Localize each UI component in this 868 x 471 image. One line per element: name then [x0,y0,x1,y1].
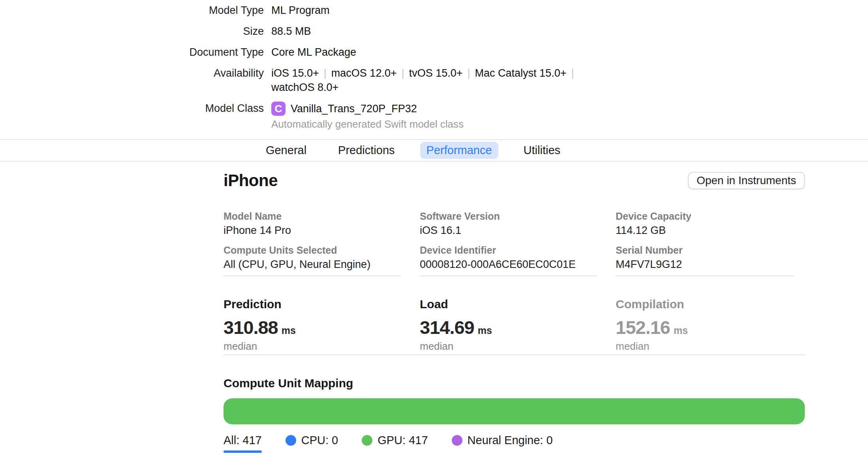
device-capacity-label: Device Capacity [616,210,794,222]
size-value: 88.5 MB [271,24,311,38]
legend-cpu-text: CPU: 0 [301,433,338,447]
compute-unit-mapping-section: Compute Unit Mapping All: 417 CPU: 0 GPU… [224,376,805,453]
compilation-title: Compilation [616,297,794,312]
pipe-separator: | [402,67,404,79]
pipe-separator: | [468,67,470,79]
document-type-label: Document Type [0,45,264,59]
compilation-unit: ms [674,325,688,336]
model-name-cell: Model Name iPhone 14 Pro [224,210,401,237]
document-type-value: Core ML Package [271,45,356,59]
selected-underline [224,450,262,453]
pipe-separator: | [571,67,574,79]
serial-number-value: M4FV7L9G12 [616,257,794,271]
availability-item: macOS 12.0+ [331,67,397,79]
prediction-metric: Prediction 310.88 ms median [224,297,401,353]
model-type-label: Model Type [0,3,264,17]
gpu-legend-dot-icon [362,435,372,446]
device-title: iPhone [224,170,278,191]
neural-engine-legend-dot-icon [452,435,462,446]
model-name-label: Model Name [224,210,401,222]
document-type-row: Document Type Core ML Package [0,45,868,59]
prediction-value: 310.88 [224,317,278,338]
load-value: 314.69 [420,317,474,338]
divider [224,354,805,355]
availability-row: Availability iOS 15.0+|macOS 12.0+|tvOS … [0,66,868,94]
compute-units-value: All (CPU, GPU, Neural Engine) [224,257,401,271]
serial-number-label: Serial Number [616,244,794,256]
software-version-label: Software Version [420,210,597,222]
compilation-metric: Compilation 152.16 ms median [616,297,794,353]
load-title: Load [420,297,597,312]
compilation-value: 152.16 [616,317,670,338]
metrics-grid: Prediction 310.88 ms median Load 314.69 … [224,297,805,353]
model-class-label: Model Class [0,101,264,130]
device-identifier-cell: Device Identifier 00008120-000A6CE60EC0C… [420,244,597,271]
legend-gpu-text: GPU: 417 [378,433,428,447]
tab-performance[interactable]: Performance [420,142,498,159]
availability-item: iOS 15.0+ [271,67,319,79]
class-badge-icon: C [271,102,286,116]
tab-utilities[interactable]: Utilities [517,142,567,159]
compute-unit-mapping-bar[interactable] [224,398,805,424]
model-class-row: Model Class C Vanilla_Trans_720P_FP32 Au… [0,101,868,130]
open-in-instruments-button[interactable]: Open in Instruments [688,172,805,189]
model-type-row: Model Type ML Program [0,3,868,17]
serial-number-cell: Serial Number M4FV7L9G12 [616,244,794,271]
device-info-column: Device Capacity 114.12 GB Serial Number … [616,210,794,276]
device-identifier-label: Device Identifier [420,244,597,256]
compute-units-label: Compute Units Selected [224,244,401,256]
tab-general[interactable]: General [259,142,313,159]
load-unit: ms [478,325,492,336]
model-class-name[interactable]: Vanilla_Trans_720P_FP32 [291,102,417,116]
coreml-model-performance-page: Model Type ML Program Size 88.5 MB Docum… [0,0,868,471]
prediction-unit: ms [282,325,296,336]
software-version-value: iOS 16.1 [420,223,597,237]
software-version-cell: Software Version iOS 16.1 [420,210,597,237]
device-info-grid: Model Name iPhone 14 Pro Compute Units S… [224,210,805,276]
availability-label: Availability [0,66,264,94]
performance-report: iPhone Open in Instruments Model Name iP… [224,170,805,453]
device-capacity-cell: Device Capacity 114.12 GB [616,210,794,237]
prediction-stat: median [224,339,401,353]
size-row: Size 88.5 MB [0,24,868,38]
compute-unit-legend: All: 417 CPU: 0 GPU: 417 Neural Engine: … [224,433,805,453]
model-type-value: ML Program [271,3,330,17]
prediction-title: Prediction [224,297,401,312]
legend-item-gpu[interactable]: GPU: 417 [362,433,428,447]
tab-bar: General Predictions Performance Utilitie… [0,139,868,162]
availability-item: tvOS 15.0+ [409,67,463,79]
pipe-separator: | [324,67,327,79]
compute-units-cell: Compute Units Selected All (CPU, GPU, Ne… [224,244,401,271]
device-capacity-value: 114.12 GB [616,223,794,237]
availability-item: watchOS 8.0+ [271,80,579,94]
legend-item-neural-engine[interactable]: Neural Engine: 0 [452,433,553,447]
model-info-section: Model Type ML Program Size 88.5 MB Docum… [0,0,868,130]
load-stat: median [420,339,597,353]
legend-all-text: All: 417 [224,433,262,447]
legend-item-all[interactable]: All: 417 [224,433,262,453]
device-identifier-value: 00008120-000A6CE60EC0C01E [420,257,597,271]
compilation-stat: median [616,339,794,353]
device-info-column: Model Name iPhone 14 Pro Compute Units S… [224,210,401,276]
device-section-header: iPhone Open in Instruments [224,170,805,191]
availability-value: iOS 15.0+|macOS 12.0+|tvOS 15.0+|Mac Cat… [271,66,579,94]
legend-neural-engine-text: Neural Engine: 0 [468,433,553,447]
model-name-value: iPhone 14 Pro [224,223,401,237]
model-class-subtitle: Automatically generated Swift model clas… [271,118,464,130]
load-metric: Load 314.69 ms median [420,297,597,353]
availability-item: Mac Catalyst 15.0+ [475,67,567,79]
device-info-column: Software Version iOS 16.1 Device Identif… [420,210,597,276]
size-label: Size [0,24,264,38]
compute-unit-mapping-title: Compute Unit Mapping [224,376,805,391]
legend-item-cpu[interactable]: CPU: 0 [286,433,338,447]
tab-predictions[interactable]: Predictions [332,142,401,159]
cpu-legend-dot-icon [286,435,296,446]
